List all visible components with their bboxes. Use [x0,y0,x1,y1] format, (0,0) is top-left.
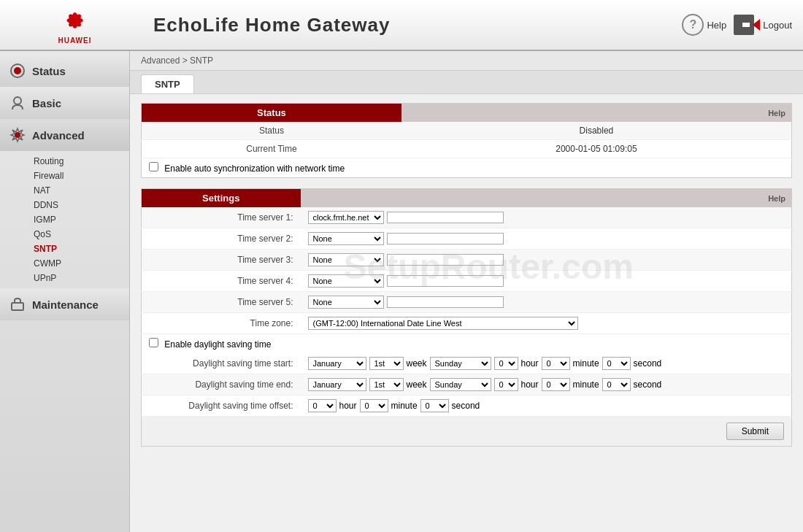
time-server-5-row: Time server 5: Noneclock.fmt.he.netpool.… [142,292,792,313]
time-server-2-input[interactable] [387,233,504,244]
svg-rect-11 [12,303,23,310]
dst-start-value: JanuaryFebruaryMarchAprilMayJuneJulyAugu… [301,353,792,374]
dst-offset-minute-val[interactable]: 0153045 [360,399,388,412]
dst-start-minute-label: minute [573,358,599,369]
status-row: Status Disabled [142,122,792,140]
dst-start-week-num[interactable]: 1st2nd3rd4thLast [369,357,404,370]
current-time-value: 2000-01-05 01:09:05 [402,140,792,158]
sidebar-item-firewall[interactable]: Firewall [29,169,129,183]
time-zone-label: Time zone: [142,313,301,334]
dst-offset-second-val[interactable]: 0153045 [420,399,449,412]
dst-offset-val[interactable]: 03060 [308,399,337,412]
sidebar-item-maintenance[interactable]: Maintenance [0,288,129,320]
sidebar-item-qos[interactable]: QoS [29,227,129,242]
sidebar-item-ddns[interactable]: DDNS [29,198,129,212]
dst-end-row: Daylight saving time end: JanuaryFebruar… [142,374,792,396]
dst-start-minute-val[interactable]: 0153045 [542,357,570,370]
logout-label: Logout [763,20,792,31]
sidebar: Status Basic Advanced Routing Firew [0,51,130,532]
dst-start-second-label: second [634,358,662,369]
dst-end-minute-val[interactable]: 0153045 [542,378,570,391]
time-server-3-select[interactable]: Noneclock.fmt.he.netpool.ntp.org [308,253,384,266]
tab-bar: SNTP [130,71,803,94]
time-server-1-select[interactable]: clock.fmt.he.netNonepool.ntp.orgtime.nis… [308,211,384,224]
sidebar-advanced-submenu: Routing Firewall NAT DDNS IGMP QoS SNTP … [0,151,129,288]
auto-sync-checkbox[interactable] [149,162,158,171]
current-time-label: Current Time [142,140,402,158]
dst-start-label: Daylight saving time start: [142,353,301,374]
dst-offset-row: Daylight saving time offset: 03060 hour … [142,396,792,417]
dst-start-month[interactable]: JanuaryFebruaryMarchAprilMayJuneJulyAugu… [308,357,366,370]
status-section-title: Status [142,104,402,123]
time-server-1-label: Time server 1: [142,207,301,228]
dst-end-second-val[interactable]: 0153045 [602,378,631,391]
svg-rect-6 [742,23,750,27]
sidebar-item-status[interactable]: Status [0,55,129,87]
dst-end-minute-label: minute [573,379,599,390]
time-server-2-label: Time server 2: [142,228,301,250]
time-server-4-label: Time server 4: [142,271,301,292]
logo-area: HUAWEI [11,6,139,45]
auto-sync-label: Enable auto synchronization with network… [164,163,345,174]
dst-start-row: Daylight saving time start: JanuaryFebru… [142,353,792,374]
brand-name: HUAWEI [58,36,92,45]
status-help-label[interactable]: Help [402,104,792,123]
auto-sync-row: Enable auto synchronization with network… [142,158,792,178]
sidebar-item-basic[interactable]: Basic [0,87,129,119]
time-server-3-label: Time server 3: [142,250,301,271]
time-server-4-select[interactable]: Noneclock.fmt.he.netpool.ntp.org [308,274,384,288]
logout-button[interactable]: Logout [734,15,792,35]
dst-end-week-num[interactable]: 1st2nd3rd4thLast [369,378,404,391]
logout-icon [734,15,760,35]
time-server-5-input[interactable] [387,296,504,308]
dst-label: Enable daylight saving time [164,339,271,350]
current-time-row: Current Time 2000-01-05 01:09:05 [142,140,792,158]
time-server-5-select[interactable]: Noneclock.fmt.he.netpool.ntp.org [308,296,384,309]
svg-point-8 [14,67,21,74]
settings-header-row: Settings Help [142,189,792,208]
status-header-row: Status Help [142,104,792,123]
sidebar-item-cwmp[interactable]: CWMP [29,256,129,271]
time-server-2-value: Noneclock.fmt.he.netpool.ntp.org [301,228,792,250]
breadcrumb: Advanced > SNTP [130,51,803,71]
dst-offset-hour-label: hour [339,401,357,411]
time-server-3-value: Noneclock.fmt.he.netpool.ntp.org [301,250,792,271]
sidebar-item-advanced[interactable]: Advanced [0,119,129,151]
time-server-1-input[interactable] [387,212,504,223]
basic-icon [9,94,26,112]
sidebar-item-igmp[interactable]: IGMP [29,212,129,227]
dst-offset-value: 03060 hour 0153045 minute 0153045 second [301,396,792,417]
status-value: Disabled [402,122,792,140]
time-server-4-value: Noneclock.fmt.he.netpool.ntp.org [301,271,792,292]
svg-point-10 [15,132,20,138]
time-server-4-input[interactable] [387,275,504,287]
dst-checkbox-row: Enable daylight saving time [142,334,792,354]
tab-sntp[interactable]: SNTP [141,74,194,93]
dst-end-month[interactable]: JanuaryFebruaryMarchAprilMayJuneJulyAugu… [308,378,366,391]
dst-end-day[interactable]: SundayMondayTuesdayWednesdayThursdayFrid… [430,378,491,391]
sidebar-item-nat[interactable]: NAT [29,183,129,198]
dst-start-week-label: week [407,358,427,369]
dst-end-hour-label: hour [521,379,539,390]
time-server-3-input[interactable] [387,254,504,266]
submit-button[interactable]: Submit [726,423,784,440]
sidebar-item-upnp[interactable]: UPnP [29,271,129,285]
sidebar-item-sntp[interactable]: SNTP [29,242,129,256]
page-content: Status Help Status Disabled Current Time… [130,94,803,466]
time-server-2-select[interactable]: Noneclock.fmt.he.netpool.ntp.org [308,232,384,245]
sidebar-item-routing[interactable]: Routing [29,154,129,169]
dst-start-day[interactable]: SundayMondayTuesdayWednesdayThursdayFrid… [430,357,491,370]
dst-start-hour-val[interactable]: 0123 [494,357,518,370]
settings-help-label[interactable]: Help [301,189,792,208]
dst-checkbox[interactable] [149,338,158,347]
dst-end-hour-val[interactable]: 0123 [494,378,518,391]
maintenance-icon [9,296,26,313]
time-zone-select[interactable]: (GMT-12:00) International Date Line West… [308,317,578,330]
sidebar-label-status: Status [32,65,66,77]
dst-end-value: JanuaryFebruaryMarchAprilMayJuneJulyAugu… [301,374,792,396]
status-table: Status Help Status Disabled Current Time… [141,103,792,178]
dst-end-week-label: week [407,379,427,390]
page-title: EchoLife Home Gateway [139,14,682,36]
help-button[interactable]: ? Help [682,14,726,36]
dst-start-second-val[interactable]: 0153045 [602,357,631,370]
